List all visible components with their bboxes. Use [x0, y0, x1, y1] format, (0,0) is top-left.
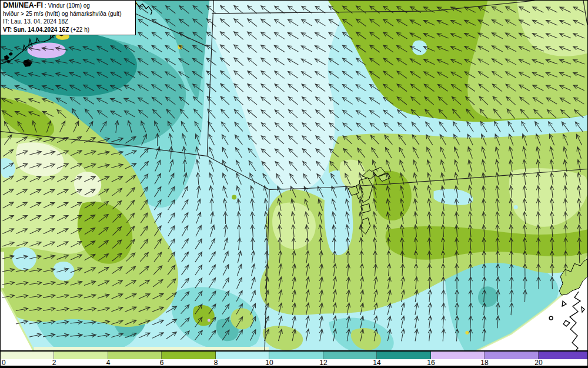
- colorbar-tick-12: 12: [319, 359, 327, 367]
- colorbar-tick-14: 14: [373, 359, 380, 367]
- teal-dark-spot-3: [478, 286, 497, 307]
- wind-speed-colorbar: 02468101214161820: [1, 350, 587, 367]
- colorbar-segment-6: [162, 352, 216, 359]
- colorbar-tick-4: 4: [106, 359, 111, 367]
- colorbar-segment-18: [485, 352, 539, 359]
- title-line-3: IT: Lau. 13. 04. 2024 18Z: [3, 18, 133, 26]
- wind-map: [1, 1, 587, 352]
- green-islet-4: [230, 308, 253, 329]
- colorbar-tick-10: 10: [265, 359, 273, 367]
- colorbar-segments: [1, 352, 587, 359]
- colorbar-tick-2: 2: [52, 359, 56, 367]
- colorbar-tick-labels: 02468101214161820: [1, 359, 587, 366]
- cyan-dot: [514, 205, 518, 209]
- weather-chart-frame: DMI/NEA-FI : Vindur (10m) og hviður > 25…: [0, 0, 588, 368]
- colorbar-tick-8: 8: [214, 359, 218, 367]
- colorbar-segment-10: [269, 352, 323, 359]
- model-name: DMI/NEA-FI: [3, 1, 43, 9]
- lavender-dot: [208, 319, 211, 322]
- colorbar-tick-6: 6: [160, 359, 164, 367]
- colorbar-segment-20: [539, 352, 588, 359]
- valid-time: VT: Sun. 14.04.2024 16Z: [3, 26, 69, 33]
- colorbar-segment-4: [108, 352, 162, 359]
- title-line-1: DMI/NEA-FI : Vindur (10m) og: [3, 2, 133, 10]
- colorbar-segment-8: [216, 352, 269, 359]
- colorbar-tick-16: 16: [427, 359, 435, 367]
- colorbar-tick-0: 0: [2, 359, 6, 367]
- colorbar-segment-0: [1, 352, 54, 359]
- colorbar-tick-20: 20: [534, 359, 542, 367]
- title-line-4: VT: Sun. 14.04.2024 16Z (+22 h): [3, 26, 133, 34]
- title-box: DMI/NEA-FI : Vindur (10m) og hviður > 25…: [1, 1, 136, 35]
- green-dot-2: [232, 195, 236, 199]
- gust-dot-3: [465, 331, 469, 334]
- colorbar-segment-14: [377, 352, 431, 359]
- title-line-2: hviður > 25 m/s (hvítt) og hámarkshviða …: [3, 10, 133, 18]
- colorbar-segment-16: [431, 352, 485, 359]
- colorbar-segment-12: [323, 352, 377, 359]
- colorbar-segment-2: [54, 352, 108, 359]
- edge-strip-left: [1, 252, 4, 288]
- colorbar-tick-18: 18: [480, 359, 488, 367]
